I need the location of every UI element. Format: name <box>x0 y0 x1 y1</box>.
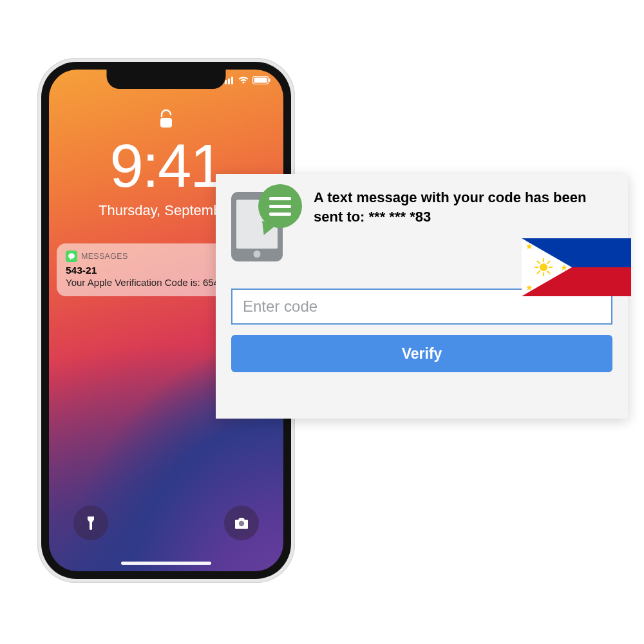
svg-point-8 <box>68 253 75 259</box>
verify-message: A text message with your code has been s… <box>314 185 612 226</box>
lock-icon <box>158 109 174 133</box>
messages-app-icon <box>66 251 77 262</box>
verify-card: A text message with your code has been s… <box>216 174 628 419</box>
status-bar <box>222 76 270 84</box>
battery-icon <box>252 76 270 84</box>
notification-app-name: MESSAGES <box>81 252 128 261</box>
svg-rect-5 <box>254 78 267 83</box>
star-icon: ★ <box>560 263 568 272</box>
camera-icon <box>234 516 249 529</box>
lock-screen-actions <box>49 506 283 540</box>
svg-point-10 <box>540 263 547 271</box>
verify-button[interactable]: Verify <box>231 335 612 372</box>
wifi-icon <box>238 76 249 84</box>
flashlight-icon <box>84 515 97 531</box>
home-indicator[interactable] <box>121 562 211 565</box>
svg-line-15 <box>537 261 540 264</box>
star-icon: ★ <box>526 242 533 251</box>
svg-rect-6 <box>269 79 270 82</box>
svg-point-9 <box>239 521 244 526</box>
svg-rect-2 <box>228 79 230 84</box>
camera-button[interactable] <box>224 506 259 540</box>
svg-line-18 <box>547 261 551 264</box>
phone-notch <box>107 70 226 89</box>
svg-line-17 <box>537 271 540 274</box>
svg-rect-3 <box>231 77 233 84</box>
flashlight-button[interactable] <box>73 506 108 540</box>
star-icon: ★ <box>526 283 533 292</box>
sun-icon <box>535 258 553 276</box>
svg-rect-7 <box>160 118 172 128</box>
svg-line-16 <box>547 271 551 274</box>
philippines-flag-icon: ★ ★ ★ <box>522 238 631 296</box>
svg-rect-1 <box>225 80 227 84</box>
sms-illustration <box>231 185 301 263</box>
